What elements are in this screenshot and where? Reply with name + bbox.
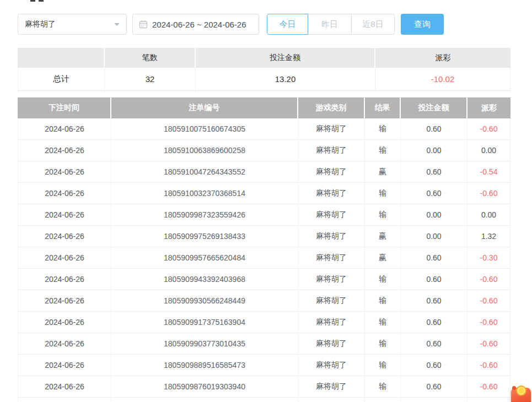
game-select-value: 麻将胡了 — [25, 19, 56, 29]
record-bet-amount: 0.60 — [401, 247, 467, 268]
record-bet-amount: 0.60 — [401, 183, 467, 204]
record-bet-amount: 0.60 — [401, 118, 467, 139]
record-game-type: 麻将胡了 — [298, 333, 365, 354]
record-row: 2024-06-26 1805909957665620484 麻将胡了 赢 0.… — [18, 247, 510, 269]
summary-payout-value: -10.02 — [375, 68, 510, 90]
quick-range-button[interactable]: 昨日 — [308, 14, 352, 35]
record-game-type: 麻将胡了 — [298, 312, 365, 333]
record-bet-amount: 0.00 — [401, 398, 467, 402]
record-result: 输 — [365, 355, 401, 376]
record-bet-time: 2024-06-26 — [18, 118, 111, 139]
record-game-type: 麻将胡了 — [298, 247, 365, 268]
chevron-down-icon — [114, 23, 120, 29]
record-bet-id: 1805909987323559426 — [111, 204, 298, 225]
record-game-type: 麻将胡了 — [298, 398, 365, 402]
record-payout: 1.32 — [467, 226, 510, 247]
record-result: 输 — [365, 312, 401, 333]
game-select[interactable]: 麻将胡了 — [18, 14, 127, 35]
record-bet-amount: 0.60 — [401, 333, 467, 354]
records-body: 2024-06-26 1805910075160674305 麻将胡了 输 0.… — [18, 118, 510, 402]
record-game-type: 麻将胡了 — [298, 376, 365, 397]
record-row: 2024-06-26 1805910047264343552 麻将胡了 赢 0.… — [18, 161, 510, 183]
record-payout: 0.00 — [467, 140, 510, 161]
record-row: 2024-06-26 1805909943392403968 麻将胡了 输 0.… — [18, 269, 510, 290]
record-bet-time: 2024-06-26 — [18, 333, 111, 354]
record-bet-amount: 0.60 — [401, 290, 467, 311]
summary-table: 笔数 投注金额 派彩 总计 32 13.20 -10.02 — [18, 48, 510, 91]
quick-range-button[interactable]: 今日 — [267, 14, 308, 35]
record-row: 2024-06-26 1805909876019303940 麻将胡了 输 0.… — [18, 376, 510, 398]
record-row: 2024-06-26 1805909889516585473 麻将胡了 输 0.… — [18, 355, 510, 376]
record-game-type: 麻将胡了 — [298, 118, 365, 139]
date-range-picker[interactable]: 2024-06-26 ~ 2024-06-26 — [132, 14, 259, 35]
summary-header-cell: 笔数 — [105, 48, 196, 68]
record-payout: -0.60 — [467, 333, 510, 354]
record-bet-time: 2024-06-26 — [18, 355, 111, 376]
record-game-type: 麻将胡了 — [298, 183, 365, 204]
record-result: 赢 — [365, 247, 401, 268]
record-bet-time: 2024-06-26 — [18, 376, 111, 397]
quick-range-button[interactable]: 近8日 — [351, 14, 395, 35]
quick-range-group: 今日 昨日 近8日 — [267, 14, 395, 35]
record-bet-id: 1805909917375163904 — [111, 312, 298, 333]
record-bet-time: 2024-06-26 — [18, 204, 111, 225]
record-payout: -0.60 — [467, 312, 510, 333]
summary-header-row: 笔数 投注金额 派彩 — [18, 48, 510, 68]
records-table: 下注时间 注单编号 游戏类别 结果 投注金额 派彩 2024-06-26 180… — [18, 97, 510, 402]
record-bet-id: 1805910032370368514 — [111, 183, 298, 204]
summary-bet-amount-value: 13.20 — [196, 68, 375, 90]
record-payout: -0.60 — [467, 290, 510, 311]
record-bet-amount: 0.60 — [401, 355, 467, 376]
summary-total-label: 总计 — [18, 68, 105, 90]
record-bet-amount: 0.60 — [401, 376, 467, 397]
record-result: 输 — [365, 269, 401, 290]
record-row: 2024-06-26 1805910075160674305 麻将胡了 输 0.… — [18, 118, 510, 140]
record-bet-id: 1805909876019303940 — [111, 376, 298, 397]
record-bet-time: 2024-06-26 — [18, 290, 111, 311]
record-payout: -0.54 — [467, 161, 510, 182]
record-bet-id: 1805910063869600258 — [111, 140, 298, 161]
query-button[interactable]: 查询 — [401, 14, 444, 35]
record-row: 2024-06-26 1805909864531122178 麻将胡了 输 0.… — [18, 398, 510, 402]
record-bet-time: 2024-06-26 — [18, 183, 111, 204]
record-result: 赢 — [365, 161, 401, 182]
record-bet-amount: 0.60 — [401, 312, 467, 333]
record-result: 输 — [365, 140, 401, 161]
summary-header-cell — [18, 48, 105, 68]
record-result: 赢 — [365, 226, 401, 247]
record-payout: -0.60 — [467, 376, 510, 397]
records-header-cell: 派彩 — [467, 97, 510, 118]
summary-total-row: 总计 32 13.20 -10.02 — [18, 68, 510, 91]
record-bet-id: 1805909903773010435 — [111, 333, 298, 354]
date-range-value: 2024-06-26 ~ 2024-06-26 — [152, 20, 246, 29]
record-bet-id: 1805910047264343552 — [111, 161, 298, 182]
record-game-type: 麻将胡了 — [298, 355, 365, 376]
record-bet-time: 2024-06-26 — [18, 226, 111, 247]
record-bet-time: 2024-06-26 — [18, 247, 111, 268]
promo-red-envelope-widget[interactable] — [511, 388, 531, 402]
record-row: 2024-06-26 1805910032370368514 麻将胡了 输 0.… — [18, 183, 510, 204]
record-result: 输 — [365, 333, 401, 354]
record-row: 2024-06-26 1805909930566248449 麻将胡了 输 0.… — [18, 290, 510, 312]
record-bet-time: 2024-06-26 — [18, 269, 111, 290]
record-bet-time: 2024-06-26 — [18, 312, 111, 333]
record-game-type: 麻将胡了 — [298, 204, 365, 225]
record-payout: -0.60 — [467, 183, 510, 204]
record-payout: -0.30 — [467, 247, 510, 268]
records-header-row: 下注时间 注单编号 游戏类别 结果 投注金额 派彩 — [18, 97, 510, 118]
record-row: 2024-06-26 1805910063869600258 麻将胡了 输 0.… — [18, 140, 510, 161]
record-game-type: 麻将胡了 — [298, 290, 365, 311]
record-game-type: 麻将胡了 — [298, 269, 365, 290]
record-row: 2024-06-26 1805909917375163904 麻将胡了 输 0.… — [18, 312, 510, 333]
record-bet-time: 2024-06-26 — [18, 140, 111, 161]
record-bet-id: 1805909930566248449 — [111, 290, 298, 311]
summary-header-cell: 投注金额 — [196, 48, 375, 68]
record-bet-id: 1805909943392403968 — [111, 269, 298, 290]
record-row: 2024-06-26 1805909987323559426 麻将胡了 输 0.… — [18, 204, 510, 226]
record-bet-amount: 0.60 — [401, 161, 467, 182]
record-result: 输 — [365, 290, 401, 311]
clipped-heading — [30, 0, 44, 2]
summary-count-value: 32 — [105, 68, 196, 90]
record-bet-id: 1805909889516585473 — [111, 355, 298, 376]
record-payout: 0.00 — [467, 204, 510, 225]
